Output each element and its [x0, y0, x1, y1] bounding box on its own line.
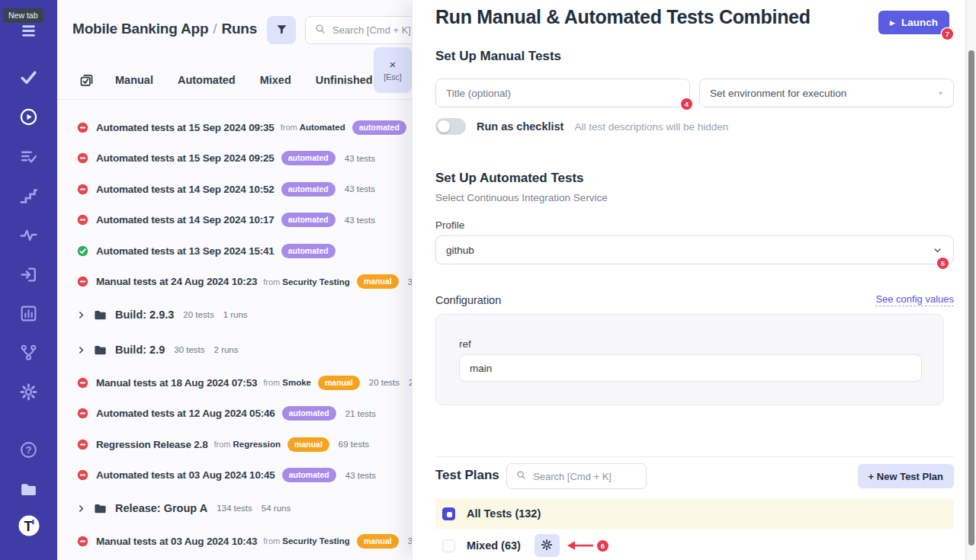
new-test-plan-button[interactable]: + New Test Plan [858, 464, 954, 488]
run-title: Automated tests at 15 Sep 2024 09:25 [96, 152, 274, 164]
run-type-badge: manual [318, 376, 360, 390]
analytics-chart-icon[interactable] [0, 302, 57, 324]
folder-tests-count: 30 tests [174, 345, 204, 354]
test-plan-rows: All Tests (132)Mixed (63)6 [435, 498, 954, 560]
ci-subtitle: Select Continuous Integration Service [435, 192, 608, 203]
chevron-right-icon[interactable] [76, 345, 86, 355]
check-icon[interactable] [0, 66, 57, 88]
run-type-badge: automated [282, 406, 336, 421]
import-icon[interactable] [0, 264, 57, 285]
run-tests-count: 21 tests [345, 409, 376, 418]
chevron-right-icon[interactable] [76, 310, 86, 320]
checklist-icon[interactable] [0, 146, 57, 167]
environment-select[interactable]: Set environment for execution [699, 78, 954, 107]
tab-list: ManualAutomatedMixedUnfinished [115, 73, 397, 87]
test-plan-row[interactable]: Mixed (63)6 [435, 530, 954, 560]
branch-icon[interactable] [0, 341, 57, 363]
help-icon[interactable]: ? [0, 439, 57, 460]
folder-icon [93, 308, 108, 322]
failed-status-icon [76, 152, 89, 165]
ref-input[interactable] [459, 354, 922, 382]
close-panel-button[interactable]: × [Esc] [374, 47, 412, 93]
plan-settings-button[interactable] [535, 534, 560, 557]
svg-text:T: T [24, 519, 32, 534]
launch-button[interactable]: ▶ Launch [878, 11, 949, 34]
profile-select[interactable]: github [435, 235, 954, 264]
folder-title: Build: 2.9 [115, 344, 165, 356]
search-icon [515, 469, 527, 484]
test-plans-search-input[interactable] [533, 471, 637, 482]
run-source: fromSecurity Testing [263, 536, 350, 546]
run-row[interactable]: Automated tests at 15 Sep 2024 09:25auto… [57, 143, 412, 174]
checklist-toggle[interactable] [435, 118, 466, 135]
logo-icon[interactable]: T [0, 515, 57, 536]
failed-status-icon [76, 535, 89, 548]
annotation-badge-4: 4 [681, 98, 692, 110]
annotation-arrow-icon [567, 539, 595, 552]
tab-manual[interactable]: Manual [115, 74, 153, 86]
configuration-row: Configuration See config values [435, 293, 954, 306]
caret-down-icon [936, 89, 945, 98]
settings-gear-icon[interactable] [0, 381, 57, 402]
close-icon: × [390, 59, 396, 70]
configuration-box: ref [435, 314, 944, 405]
folder-row[interactable]: Build: 2.9.320 tests1 runs [57, 297, 412, 332]
panel-scrollbar[interactable] [965, 0, 976, 560]
runs-tab-bar: ManualAutomatedMixedUnfinished [79, 67, 397, 93]
run-title-input[interactable] [435, 78, 690, 107]
see-config-values-link[interactable]: See config values [875, 293, 954, 306]
run-source-name: Security Testing [282, 277, 350, 286]
from-label: from [281, 123, 297, 132]
plan-checkbox[interactable] [442, 507, 455, 520]
annotation-badge-5: 5 [937, 258, 949, 269]
run-source: fromSecurity Testing [263, 277, 350, 286]
run-type-badge: automated [282, 468, 336, 482]
pulse-icon[interactable] [0, 224, 57, 245]
failed-status-icon [76, 121, 89, 134]
folder-tests-count: 20 tests [183, 310, 214, 319]
folder-row[interactable]: Build: 2.930 tests2 runs [57, 332, 412, 367]
run-row[interactable]: Automated tests at 15 Sep 2024 09:35from… [57, 112, 412, 143]
select-all-icon[interactable] [79, 72, 95, 88]
run-row[interactable]: Automated tests at 12 Aug 2024 05:46auto… [57, 398, 412, 430]
runs-search-input[interactable] [332, 24, 412, 36]
breadcrumb-project[interactable]: Mobile Banking App [72, 21, 208, 37]
tab-automated[interactable]: Automated [178, 74, 236, 86]
play-circle-icon[interactable] [0, 106, 57, 127]
chevron-right-icon[interactable] [76, 504, 86, 514]
run-row[interactable]: Manual tests at 24 Aug 2024 10:23fromSec… [57, 267, 412, 298]
tab-unfinished[interactable]: Unfinished [316, 74, 373, 86]
run-source-name: Automated [300, 123, 345, 132]
plan-checkbox[interactable] [442, 539, 455, 552]
run-source-name: Smoke [282, 378, 311, 387]
menu-icon[interactable] [0, 20, 57, 41]
run-row[interactable]: Automated tests at 14 Sep 2024 10:52auto… [57, 174, 412, 205]
checklist-label: Run as checklist [477, 120, 563, 133]
run-tests-count: 43 tests [345, 184, 375, 194]
test-plans-header: Test Plans + New Test Plan [435, 462, 954, 490]
tab-mixed[interactable]: Mixed [260, 74, 291, 86]
run-row[interactable]: Manual tests at 18 Aug 2024 07:53fromSmo… [57, 367, 412, 398]
folder-row[interactable]: Release: Group A134 tests54 runs [57, 491, 412, 526]
steps-icon[interactable] [0, 185, 57, 206]
from-label: from [263, 378, 280, 387]
scrollbar-thumb[interactable] [968, 50, 974, 546]
run-title: Automated tests at 15 Sep 2024 09:35 [96, 122, 274, 133]
run-row[interactable]: Automated tests at 03 Aug 2024 10:45auto… [57, 460, 412, 491]
run-title: Manual tests at 24 Aug 2024 10:23 [96, 276, 257, 287]
run-row[interactable]: Manual tests at 03 Aug 2024 10:43fromSec… [57, 526, 412, 557]
run-row[interactable]: Automated tests at 14 Sep 2024 10:17auto… [57, 205, 412, 236]
filter-button[interactable] [267, 16, 296, 44]
run-source: fromSmoke [263, 378, 311, 387]
run-row[interactable]: Automated tests at 13 Sep 2024 15:41auto… [57, 235, 412, 267]
run-type-badge: automated [281, 244, 336, 258]
runs-search [305, 16, 412, 44]
run-title: Automated tests at 03 Aug 2024 10:45 [96, 469, 275, 481]
test-plan-row[interactable]: All Tests (132) [435, 498, 954, 529]
run-title: Automated tests at 14 Sep 2024 10:17 [96, 214, 274, 226]
run-row[interactable]: Regression Release 2.8fromRegressionmanu… [57, 429, 412, 460]
run-tests-count: 20 tests [369, 378, 400, 387]
projects-folder-icon[interactable] [0, 478, 57, 500]
environment-select-value: Set environment for execution [710, 88, 846, 99]
from-label: from [214, 440, 230, 449]
